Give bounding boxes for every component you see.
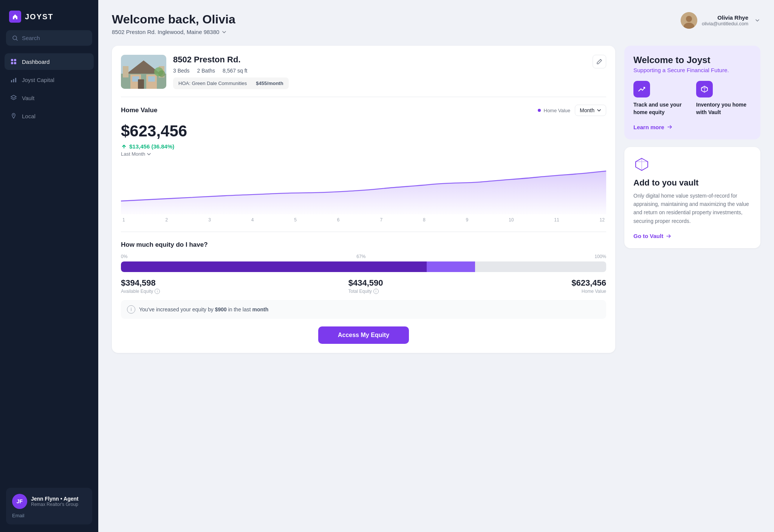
notice-info-icon: i: [127, 305, 135, 314]
legend-label: Home Value: [544, 108, 571, 113]
promo-feature-track-title: Track and use your home equity: [633, 101, 689, 116]
period-selector[interactable]: Month: [575, 105, 606, 116]
total-equity: $434,590 Total Equity i: [348, 278, 383, 294]
promo-features: Track and use your home equity Inventory…: [633, 81, 751, 116]
user-avatar: [681, 12, 697, 29]
main-content: Welcome back, Olivia 8502 Preston Rd. In…: [98, 0, 774, 532]
search-box[interactable]: Search: [6, 30, 92, 46]
home-value-amount: $623,456: [121, 122, 606, 140]
sidebar-item-dashboard-label: Dashboard: [22, 59, 50, 65]
chart-label-1: 1: [122, 217, 125, 223]
chart-label-12: 12: [600, 217, 605, 223]
sidebar: JOYST Search Dashboard: [0, 0, 98, 532]
equity-bar: [121, 261, 606, 272]
change-period[interactable]: Last Month: [121, 151, 606, 157]
user-name: Olivia Rhye: [702, 14, 748, 21]
available-equity-label: Available Equity i: [121, 289, 160, 294]
chart-icon: [10, 76, 17, 84]
home-value-section: Home Value Home Value Month: [121, 105, 606, 223]
period-down-icon: [147, 152, 151, 156]
property-header: 8502 Preston Rd. 3 Beds 2 Baths 8,567 sq…: [121, 55, 606, 89]
value-change: $13,456 (36.84%): [121, 143, 606, 150]
right-panel: Welcome to Joyst Supporting a Secure Fin…: [624, 46, 760, 248]
promo-card: Welcome to Joyst Supporting a Secure Fin…: [624, 46, 760, 139]
chart-legend: Home Value: [538, 108, 571, 113]
home-value-equity: $623,456 Home Value: [571, 278, 606, 294]
learn-more-label: Learn more: [633, 124, 664, 130]
chart-label-3: 3: [208, 217, 211, 223]
user-email: olivia@untitledui.com: [702, 21, 748, 26]
svg-point-8: [13, 114, 14, 116]
vault-description: Only digital home value system-of-record…: [633, 192, 751, 226]
legend-dot: [538, 109, 541, 112]
svg-rect-4: [14, 62, 16, 64]
chart-label-9: 9: [466, 217, 469, 223]
equity-bar-total: [427, 261, 475, 272]
go-vault-label: Go to Vault: [633, 233, 663, 239]
hoa-badge: HOA: Green Dale Communities $455/month: [173, 77, 289, 89]
property-info: 8502 Preston Rd. 3 Beds 2 Baths 8,567 sq…: [173, 55, 586, 89]
sidebar-item-joyst-capital[interactable]: Joyst Capital: [5, 71, 94, 88]
bar-label-mid: 67%: [356, 254, 365, 259]
agent-info: JF Jenn Flynn • Agent Remax Realtor's Gr…: [12, 494, 86, 509]
sidebar-footer: JF Jenn Flynn • Agent Remax Realtor's Gr…: [0, 480, 98, 532]
equity-notice: i You've increased your equity by $900 i…: [121, 300, 606, 319]
equity-bar-labels: 0% 67% 100%: [121, 254, 606, 259]
chart-label-4: 4: [251, 217, 254, 223]
home-value-chart: [121, 161, 606, 214]
svg-point-10: [686, 16, 692, 22]
property-card: 8502 Preston Rd. 3 Beds 2 Baths 8,567 sq…: [112, 46, 615, 353]
svg-rect-5: [11, 80, 12, 82]
navigation: Dashboard Joyst Capital Vault: [0, 53, 98, 124]
sidebar-item-local[interactable]: Local: [5, 108, 94, 124]
total-equity-amount: $434,590: [348, 278, 383, 288]
chart-label-7: 7: [380, 217, 382, 223]
equity-divider: [121, 232, 606, 232]
learn-more-link[interactable]: Learn more: [633, 124, 751, 130]
chart-label-6: 6: [337, 217, 340, 223]
user-profile[interactable]: Olivia Rhye olivia@untitledui.com: [681, 12, 760, 29]
bar-label-start: 0%: [121, 254, 127, 259]
svg-point-23: [158, 70, 165, 77]
home-value-equity-amount: $623,456: [571, 278, 606, 288]
search-label: Search: [22, 35, 40, 41]
address-selector[interactable]: 8502 Preston Rd. Inglewood, Maine 98380: [112, 29, 235, 35]
welcome-heading: Welcome back, Olivia: [112, 12, 235, 26]
arrow-right-icon: [667, 124, 673, 130]
address-text: 8502 Preston Rd. Inglewood, Maine 98380: [112, 29, 219, 35]
baths-spec: 2 Baths: [197, 68, 215, 74]
vault-card: Add to you vault Only digital home value…: [624, 147, 760, 249]
svg-rect-6: [13, 79, 14, 82]
chart-label-10: 10: [509, 217, 514, 223]
sidebar-item-local-label: Local: [22, 113, 36, 119]
total-equity-info-icon[interactable]: i: [373, 289, 379, 294]
go-to-vault-link[interactable]: Go to Vault: [633, 233, 751, 239]
equity-bar-available: [121, 261, 427, 272]
property-image: [121, 55, 166, 89]
sidebar-item-dashboard[interactable]: Dashboard: [5, 53, 94, 70]
access-equity-button[interactable]: Access My Equity: [318, 326, 409, 344]
period-chevron-icon: [597, 108, 601, 113]
promo-feature-track: Track and use your home equity: [633, 81, 689, 116]
promo-subtitle: Supporting a Secure Financial Future.: [633, 67, 751, 73]
promo-feature-inventory: Inventory you home with Vault: [696, 81, 751, 116]
chart-label-11: 11: [554, 217, 559, 223]
agent-email-button[interactable]: Email: [12, 513, 86, 518]
agent-avatar: JF: [12, 494, 27, 509]
sqft-spec: 8,567 sq ft: [223, 68, 247, 74]
promo-feature-inventory-title: Inventory you home with Vault: [696, 101, 751, 116]
logo: JOYST: [0, 0, 98, 30]
sidebar-item-capital-label: Joyst Capital: [22, 77, 54, 83]
home-value-equity-label: Home Value: [571, 289, 606, 294]
available-equity-info-icon[interactable]: i: [155, 289, 160, 294]
equity-section: How much equity do I have? 0% 67% 100% $…: [121, 241, 606, 344]
grid-icon: [10, 58, 17, 65]
svg-rect-7: [15, 78, 16, 82]
edit-property-button[interactable]: [593, 55, 606, 68]
content-grid: 8502 Preston Rd. 3 Beds 2 Baths 8,567 sq…: [112, 46, 760, 353]
logo-text: JOYST: [25, 12, 54, 21]
vault-arrow-icon: [666, 233, 672, 239]
logo-icon: [9, 11, 21, 23]
notice-text: You've increased your equity by $900 in …: [139, 306, 268, 312]
sidebar-item-vault[interactable]: Vault: [5, 90, 94, 106]
